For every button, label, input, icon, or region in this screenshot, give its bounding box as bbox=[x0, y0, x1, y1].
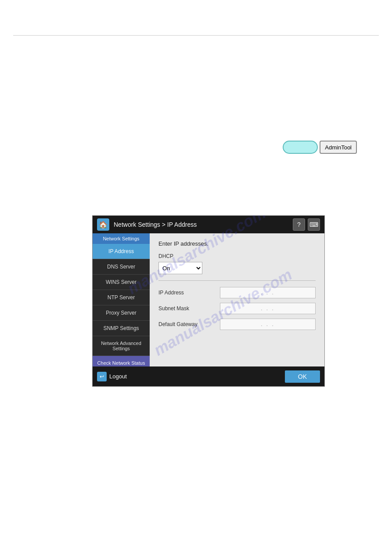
default-gateway-label: Default Gateway bbox=[158, 321, 220, 327]
sidebar: Network Settings IP Address DNS Server W… bbox=[93, 233, 150, 366]
home-icon[interactable]: 🏠 bbox=[97, 218, 109, 231]
ip-address-input[interactable] bbox=[220, 287, 316, 298]
sidebar-item-ip-address[interactable]: IP Address bbox=[93, 244, 150, 259]
subnet-mask-label: Subnet Mask bbox=[158, 305, 220, 312]
admintool-input[interactable] bbox=[283, 141, 318, 154]
logout-icon: ↩ bbox=[97, 372, 107, 381]
dhcp-label: DHCP bbox=[158, 253, 316, 259]
admintool-button[interactable]: AdminTool bbox=[320, 141, 357, 154]
sidebar-item-ntp-server[interactable]: NTP Server bbox=[93, 290, 150, 305]
ip-address-row: IP Address bbox=[158, 287, 316, 298]
sidebar-item-snmp-settings[interactable]: SNMP Settings bbox=[93, 321, 150, 336]
sidebar-item-wins-server[interactable]: WINS Server bbox=[93, 275, 150, 290]
sidebar-header: Network Settings bbox=[93, 233, 150, 244]
default-gateway-row: Default Gateway bbox=[158, 319, 316, 330]
dialog-footer: ↩ Logout OK bbox=[93, 366, 324, 386]
dialog-body: Network Settings IP Address DNS Server W… bbox=[93, 233, 324, 366]
titlebar-icons: ? ⌨ bbox=[293, 218, 320, 231]
ip-address-label: IP Address bbox=[158, 290, 220, 296]
sidebar-item-check-network-status[interactable]: Check Network Status bbox=[93, 356, 150, 366]
dhcp-select[interactable]: On Off bbox=[158, 262, 202, 274]
top-divider bbox=[13, 35, 379, 36]
sidebar-item-dns-server[interactable]: DNS Server bbox=[93, 259, 150, 275]
default-gateway-input[interactable] bbox=[220, 319, 316, 330]
logout-label: Logout bbox=[109, 373, 127, 380]
keyboard-icon[interactable]: ⌨ bbox=[308, 218, 320, 231]
ok-button[interactable]: OK bbox=[285, 370, 320, 383]
help-icon[interactable]: ? bbox=[293, 218, 305, 231]
sidebar-item-proxy-server[interactable]: Proxy Server bbox=[93, 305, 150, 321]
network-settings-dialog: 🏠 Network Settings > IP Address ? ⌨ Netw… bbox=[92, 215, 325, 387]
subnet-mask-input[interactable] bbox=[220, 303, 316, 314]
main-content: Enter IP addresses. DHCP On Off IP Addre… bbox=[150, 233, 324, 366]
subnet-mask-row: Subnet Mask bbox=[158, 303, 316, 314]
field-divider bbox=[158, 280, 316, 281]
dialog-titlebar: 🏠 Network Settings > IP Address ? ⌨ bbox=[93, 216, 324, 233]
content-intro: Enter IP addresses. bbox=[158, 240, 316, 247]
sidebar-item-network-advanced-settings[interactable]: Network Advanced Settings bbox=[93, 336, 150, 356]
dialog-title: Network Settings > IP Address bbox=[114, 221, 288, 228]
admintool-area: AdminTool bbox=[283, 141, 357, 154]
logout-button[interactable]: ↩ Logout bbox=[97, 372, 127, 381]
dhcp-select-wrap: On Off bbox=[158, 262, 316, 274]
